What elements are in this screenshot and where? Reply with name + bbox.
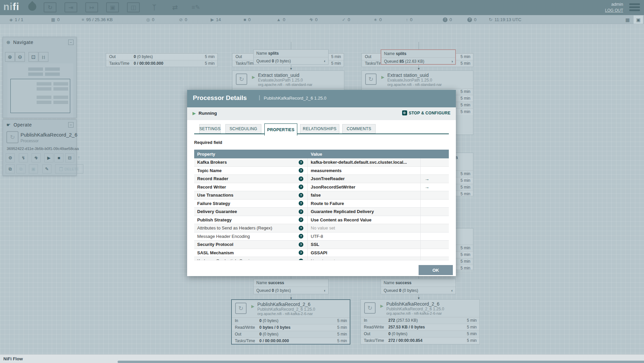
global-menu-icon[interactable]	[629, 3, 640, 12]
tab-comments[interactable]: COMMENTS	[342, 124, 376, 134]
stopped-status: ■0	[244, 15, 251, 24]
birdseye-minimap[interactable]	[7, 63, 73, 118]
help-icon[interactable]: ?	[299, 201, 303, 206]
current-user: admin	[605, 2, 623, 7]
help-icon[interactable]: ?	[299, 259, 303, 260]
selected-component-name: PublishKafkaRecord_2_6	[20, 132, 77, 138]
help-icon[interactable]: ?	[299, 193, 303, 198]
horizontal-scrollbar[interactable]	[118, 361, 644, 363]
processor-details-dialog: Processor Details | PublishKafkaRecord_2…	[187, 90, 456, 276]
processor-icon: ↻	[6, 131, 18, 143]
help-icon[interactable]: ?	[299, 168, 303, 173]
connection-label-splits-backpressure[interactable]: Name splits Queued 85 (22.63 KB)◑	[381, 49, 456, 65]
running-icon: ▶	[252, 75, 255, 80]
help-icon[interactable]: ?	[299, 176, 303, 181]
running-status: ▶14	[211, 15, 221, 24]
zoom-in-button[interactable]: ⊕	[5, 52, 15, 62]
disable-button[interactable]: ↯	[32, 153, 41, 162]
processor-stats-partial[interactable]: Out0 (0 bytes)5 min Tasks/Time0 / 00:00:…	[106, 53, 218, 67]
transmitting-icon: ◎	[146, 17, 150, 22]
queue-fill-icon: ◐	[324, 288, 326, 293]
revert-flow-version-button[interactable]: ⤒	[74, 153, 83, 162]
help-icon[interactable]: ?	[299, 234, 303, 239]
label-tool-icon[interactable]: ≡✎	[189, 2, 202, 12]
help-icon[interactable]: ?	[299, 185, 303, 189]
tab-scheduling[interactable]: SCHEDULING	[225, 124, 261, 134]
breadcrumb[interactable]: NiFi Flow	[3, 356, 23, 361]
go-to-service-icon[interactable]: →	[425, 184, 429, 190]
logout-link[interactable]: LOG OUT	[605, 8, 623, 13]
connection-line	[291, 42, 291, 49]
table-row: Topic Name? measurements	[194, 167, 449, 175]
save-flow-version-button[interactable]: ⊟	[65, 153, 74, 162]
processor-icon: ↻	[236, 73, 247, 85]
app-header: nifi ↻ ⇥ ↦ ▣ ◫ ᛉ ⇄ ≡✎ admin LOG OUT	[0, 0, 644, 15]
table-header: Property Value	[194, 150, 449, 158]
collapse-operate-button[interactable]: −	[68, 122, 74, 127]
tab-properties[interactable]: PROPERTIES	[264, 123, 297, 136]
panel-toggle-icon[interactable]: ▣	[634, 15, 643, 24]
processor-publishkafkarecord-selected[interactable]: ↻ ▶ PublishKafkaRecord_2_6 PublishKafkaR…	[231, 299, 350, 345]
funnel-tool-icon[interactable]: ᛉ	[148, 2, 161, 12]
start-button[interactable]: ▶	[44, 153, 53, 162]
queued-status: ≡95 / 25.36 KB	[82, 15, 113, 24]
nifi-app: Out0 (0 bytes)5 min Tasks/Time0 / 00:00:…	[0, 0, 644, 363]
selected-component-type: Processor	[20, 139, 39, 143]
trash-icon	[59, 167, 63, 171]
help-icon[interactable]: ?	[299, 209, 303, 214]
check-icon: ✓	[342, 17, 346, 22]
stop-button[interactable]: ■	[54, 153, 63, 162]
group-button[interactable]: ▣	[29, 164, 38, 173]
minimap-block	[45, 72, 60, 76]
nifi-logo: nifi	[3, 1, 19, 12]
help-icon[interactable]: ?	[299, 242, 303, 247]
refresh-icon[interactable]: ↻	[489, 17, 492, 22]
processor-tool-icon[interactable]: ↻	[44, 2, 56, 12]
tab-settings[interactable]: SETTINGS	[199, 124, 221, 134]
help-icon[interactable]: ?	[299, 250, 303, 255]
ok-button[interactable]: OK	[419, 265, 453, 275]
tab-relationships[interactable]: RELATIONSHIPS	[300, 124, 339, 134]
remote-process-group-tool-icon[interactable]: ◫	[127, 2, 140, 12]
table-row: Kafka Brokers? kafka-broker-default.defa…	[194, 158, 449, 167]
queue-fill-icon: ◐	[324, 59, 326, 63]
paste-button[interactable]: ⧉	[16, 164, 26, 173]
up-to-date-status: ✓0	[342, 15, 350, 24]
minimap-block	[28, 67, 43, 71]
locally-modified-stale-status: !0	[443, 15, 452, 24]
minimap-viewport[interactable]	[10, 79, 70, 113]
process-group-tool-icon[interactable]: ▣	[106, 2, 119, 12]
selected-component-id[interactable]: 36952422-d11e-3b5b-b0f1-09c49ae58caa	[7, 147, 79, 151]
collapse-navigate-button[interactable]: −	[68, 40, 74, 45]
copy-button[interactable]: ⧉	[6, 164, 15, 173]
delete-button[interactable]: DELETE	[55, 164, 83, 173]
grid-toggle-icon[interactable]: ▦	[623, 15, 632, 24]
required-field-label: Required field	[194, 140, 222, 145]
zoom-out-button[interactable]: ⊖	[15, 52, 25, 62]
zoom-fit-button[interactable]: ⊡	[29, 52, 38, 62]
connection-label-success[interactable]: Name success Queued 0 (0 bytes)◐	[381, 279, 456, 294]
help-icon[interactable]: ?	[299, 226, 303, 230]
table-row: Attributes to Send as Headers (Regex)? N…	[194, 224, 449, 232]
enable-button[interactable]: ↯	[19, 153, 28, 162]
help-icon[interactable]: ?	[299, 217, 303, 222]
arrowhead-icon: ▼	[290, 67, 293, 70]
connection-line	[419, 42, 419, 49]
input-port-tool-icon[interactable]: ⇥	[65, 2, 77, 12]
zoom-actual-button[interactable]: |:|	[39, 52, 48, 62]
tab-underline	[194, 134, 449, 134]
output-port-tool-icon[interactable]: ↦	[85, 2, 98, 12]
not-transmitting-icon: ⊘	[179, 17, 183, 22]
connection-label-splits[interactable]: Name splits Queued 0 (0 bytes)◐	[253, 49, 329, 65]
fill-color-button[interactable]: ✎	[42, 164, 51, 173]
go-to-service-icon[interactable]: →	[425, 176, 429, 182]
connection-label-success[interactable]: Name success Queued 0 (0 bytes)◐	[253, 279, 329, 294]
operate-panel: ☛Operate − ↻ PublishKafkaRecord_2_6 Proc…	[3, 119, 77, 176]
stop-and-configure-button[interactable]: ⚙ STOP & CONFIGURE	[402, 110, 450, 115]
queue-fill-icon: ◑	[451, 59, 453, 64]
processor-publishkafkarecord[interactable]: ↻ ▶ PublishKafkaRecord_2_6 PublishKafkaR…	[360, 299, 480, 345]
processor-icon: ↻	[235, 303, 247, 314]
configure-button[interactable]: ⚙	[6, 153, 15, 162]
template-tool-icon[interactable]: ⇄	[169, 2, 181, 12]
help-icon[interactable]: ?	[299, 160, 303, 165]
